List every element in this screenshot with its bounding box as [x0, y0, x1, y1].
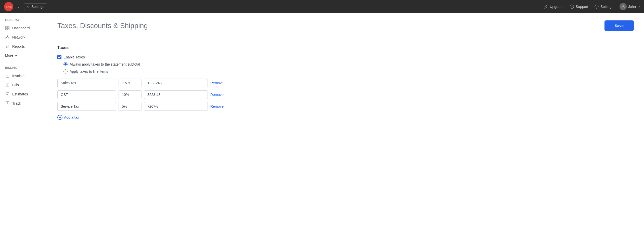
sidebar-more[interactable]: More	[0, 51, 47, 60]
tax-code-input-2[interactable]	[144, 90, 208, 99]
sidebar-item-estimates[interactable]: Estimates	[0, 90, 47, 99]
sidebar-divider	[0, 63, 47, 63]
table-row: Remove	[57, 90, 634, 99]
svg-line-15	[6, 38, 7, 38]
remove-button-1[interactable]: Remove	[210, 81, 224, 85]
svg-line-14	[8, 38, 9, 38]
sidebar-item-track[interactable]: Track	[0, 99, 47, 108]
svg-point-12	[6, 38, 6, 39]
svg-rect-16	[6, 47, 7, 48]
sidebar-item-invoices[interactable]: Invoices	[0, 71, 47, 80]
tax-name-input-2[interactable]	[57, 90, 116, 99]
main-layout: GENERAL Dashboard	[0, 13, 644, 247]
user-menu[interactable]: John	[620, 3, 640, 10]
reports-icon	[5, 44, 10, 49]
support-icon: ?	[570, 4, 574, 9]
svg-rect-17	[7, 46, 8, 48]
always-apply-radio[interactable]	[63, 62, 68, 66]
content-area: Taxes, Discounts & Shipping Save Taxes E…	[47, 13, 644, 247]
enable-taxes-row: Enable Taxes	[57, 55, 634, 59]
tax-rate-input-1[interactable]	[119, 79, 141, 87]
plus-circle-icon: +	[57, 115, 62, 120]
tax-code-input-1[interactable]	[144, 79, 208, 87]
more-chevron-icon	[15, 54, 17, 57]
svg-point-4	[622, 5, 624, 7]
svg-rect-7	[6, 28, 7, 30]
svg-rect-8	[8, 28, 9, 30]
always-apply-label[interactable]: Always apply taxes to the statement subt…	[70, 62, 140, 66]
sidebar-item-network[interactable]: Network	[0, 33, 47, 42]
track-icon	[5, 101, 10, 106]
main-content: Taxes, Discounts & Shipping Save Taxes E…	[47, 13, 644, 247]
bills-icon	[5, 83, 10, 87]
top-nav: anp ⌄ Settings Upgrade ? Support	[0, 0, 644, 13]
tax-name-input-1[interactable]	[57, 79, 116, 87]
settings-nav-button[interactable]: Settings	[594, 4, 613, 9]
user-caret-icon	[637, 5, 640, 8]
svg-point-0	[546, 6, 546, 7]
sidebar: GENERAL Dashboard	[0, 13, 47, 247]
svg-point-10	[7, 35, 8, 36]
logo-caret-icon[interactable]: ⌄	[17, 5, 20, 8]
taxes-section-title: Taxes	[57, 45, 634, 50]
table-row: Remove	[57, 79, 634, 87]
sidebar-item-dashboard[interactable]: Dashboard	[0, 23, 47, 33]
general-section-label: GENERAL	[0, 18, 47, 23]
page-header: Taxes, Discounts & Shipping Save	[47, 13, 644, 37]
remove-button-2[interactable]: Remove	[210, 93, 224, 97]
gear-icon	[594, 4, 599, 9]
enable-taxes-label[interactable]: Enable Taxes	[63, 55, 85, 59]
save-button[interactable]: Save	[604, 20, 634, 31]
svg-rect-18	[8, 45, 9, 48]
table-row: Remove	[57, 102, 634, 111]
svg-rect-6	[8, 26, 9, 28]
enable-taxes-checkbox[interactable]	[57, 55, 61, 59]
rocket-icon	[544, 4, 548, 9]
sidebar-item-reports[interactable]: Reports	[0, 42, 47, 51]
tax-rows: Remove Remove Remove	[57, 79, 634, 111]
top-nav-actions: Upgrade ? Support Settings John	[544, 3, 640, 10]
svg-point-9	[7, 36, 8, 38]
network-icon	[5, 35, 10, 40]
line-items-label[interactable]: Apply taxes to line items	[70, 69, 108, 73]
avatar	[620, 3, 627, 10]
back-button[interactable]: Settings	[24, 3, 47, 10]
svg-text:?: ?	[571, 5, 573, 8]
support-button[interactable]: ? Support	[570, 4, 588, 9]
tax-name-input-3[interactable]	[57, 102, 116, 111]
tax-rate-input-2[interactable]	[119, 90, 141, 99]
estimates-icon	[5, 92, 10, 96]
svg-rect-5	[6, 26, 7, 28]
billing-section-label: BILLING	[0, 66, 47, 71]
tax-code-input-3[interactable]	[144, 102, 208, 111]
always-apply-row: Always apply taxes to the statement subt…	[63, 62, 634, 66]
svg-point-11	[9, 38, 9, 39]
invoices-icon	[5, 73, 10, 78]
back-arrow-icon	[27, 5, 29, 8]
svg-rect-27	[6, 92, 9, 96]
tax-rate-input-3[interactable]	[119, 102, 141, 111]
upgrade-button[interactable]: Upgrade	[544, 4, 563, 9]
svg-point-3	[596, 6, 597, 7]
content-body: Taxes Enable Taxes Always apply taxes to…	[47, 37, 644, 128]
add-tax-button[interactable]: + Add a tax	[57, 115, 634, 120]
dashboard-icon	[5, 26, 10, 30]
page-title: Taxes, Discounts & Shipping	[57, 22, 148, 30]
line-items-radio[interactable]	[63, 69, 68, 73]
remove-button-3[interactable]: Remove	[210, 104, 224, 108]
line-items-row: Apply taxes to line items	[63, 69, 634, 73]
sidebar-item-bills[interactable]: Bills	[0, 80, 47, 90]
app-logo[interactable]: anp	[4, 2, 13, 11]
